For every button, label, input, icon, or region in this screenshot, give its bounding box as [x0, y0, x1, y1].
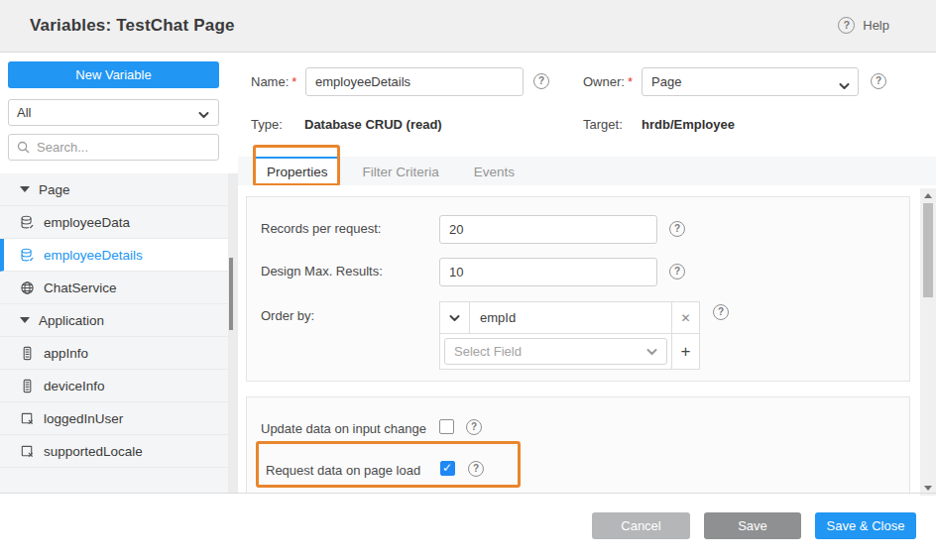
name-help-icon[interactable] [533, 73, 549, 89]
tree-item-label: ChatService [44, 280, 117, 295]
tree-item-employeedata[interactable]: employeeData [0, 206, 228, 239]
cancel-button[interactable]: Cancel [592, 512, 690, 539]
update-data-help-icon[interactable] [466, 419, 482, 435]
required-asterisk: * [292, 74, 296, 89]
tree-item-employeedetails[interactable]: employeeDetails [0, 239, 228, 272]
variable-filter-select[interactable]: All [8, 99, 219, 126]
save-and-close-button[interactable]: Save & Close [815, 512, 916, 539]
main-scrollbar[interactable] [920, 188, 936, 496]
update-data-label: Update data on input change [261, 421, 426, 436]
name-label: Name:* [251, 74, 296, 89]
tree-item-label: loggedInUser [44, 411, 123, 426]
device-icon [20, 346, 35, 361]
owner-label: Owner:* [583, 74, 633, 89]
help-button[interactable]: Help [838, 17, 889, 34]
records-help-icon[interactable] [669, 221, 685, 237]
properties-panel: Records per request: Design Max. Results… [238, 185, 920, 493]
request-data-help-icon[interactable] [468, 461, 484, 477]
search-input[interactable] [37, 140, 210, 155]
search-box[interactable] [8, 134, 219, 161]
chevron-down-icon [449, 314, 460, 322]
target-label: Target: [583, 117, 623, 132]
tab-properties[interactable]: Properties [256, 157, 339, 185]
remove-order-field-button[interactable] [671, 302, 699, 333]
request-settings-box: Records per request: Design Max. Results… [246, 196, 910, 382]
type-label: Type: [251, 117, 283, 132]
order-by-add-row: Select Field [440, 333, 699, 369]
model-variable-icon [20, 411, 35, 426]
select-field-dropdown[interactable]: Select Field [444, 338, 667, 365]
variable-tree: Page employeeData employeeDetails [0, 173, 228, 493]
records-per-request-input[interactable] [439, 215, 657, 244]
tab-events[interactable]: Events [463, 157, 526, 185]
order-direction-toggle[interactable] [440, 302, 470, 333]
tab-bar: Properties Filter Criteria Events [238, 157, 936, 185]
select-field-placeholder: Select Field [454, 344, 522, 359]
tree-group-label: Application [39, 313, 104, 328]
tree-item-label: supportedLocale [44, 444, 143, 459]
database-icon [20, 215, 35, 230]
tree-item-supportedlocale[interactable]: supportedLocale [0, 435, 228, 468]
add-order-field-button[interactable] [671, 334, 699, 369]
name-input[interactable] [305, 67, 524, 96]
database-icon [20, 248, 35, 263]
required-asterisk: * [628, 74, 633, 89]
sidebar-scrollbar-thumb[interactable] [229, 258, 233, 330]
dialog-header: Variables: TestChat Page Help [0, 0, 936, 53]
order-by-control: empId Select Field [439, 301, 700, 370]
tree-item-chatservice[interactable]: ChatService [0, 272, 228, 304]
target-value: hrdb/Employee [642, 117, 735, 132]
device-icon [20, 379, 35, 393]
help-label: Help [863, 18, 889, 33]
update-data-checkbox[interactable] [439, 419, 454, 434]
tree-group-page[interactable]: Page [0, 173, 228, 206]
load-behavior-box: Update data on input change Request data… [246, 396, 910, 493]
order-by-field-value[interactable]: empId [470, 302, 671, 333]
variable-detail-panel: Name:* Owner:* Page Type: Database CRUD … [238, 53, 936, 493]
type-value: Database CRUD (read) [304, 117, 442, 132]
search-icon [17, 141, 30, 154]
tree-item-label: appInfo [44, 346, 88, 361]
model-variable-icon [20, 444, 35, 459]
save-button[interactable]: Save [704, 512, 801, 539]
owner-help-icon[interactable] [871, 73, 886, 89]
request-data-checkbox[interactable] [440, 461, 455, 476]
new-variable-button[interactable]: New Variable [8, 61, 219, 88]
page-title: Variables: TestChat Page [30, 16, 235, 36]
tree-item-appinfo[interactable]: appInfo [0, 337, 228, 370]
tree-item-label: employeeDetails [44, 248, 143, 263]
owner-select[interactable]: Page [642, 67, 859, 96]
chevron-down-icon [646, 348, 657, 356]
sidebar-scrollbar[interactable] [228, 173, 238, 493]
tab-filter-criteria[interactable]: Filter Criteria [352, 157, 450, 185]
tree-item-loggedinuser[interactable]: loggedInUser [0, 402, 228, 435]
variables-sidebar: New Variable All Page employeeData [0, 53, 228, 493]
order-by-row: empId [440, 302, 699, 333]
scroll-up-arrow-icon[interactable] [924, 193, 932, 198]
design-max-results-input[interactable] [439, 258, 657, 286]
design-help-icon[interactable] [669, 264, 685, 280]
tree-item-label: deviceInfo [44, 379, 105, 393]
caret-down-icon [20, 186, 30, 192]
footer-divider [0, 493, 936, 494]
request-data-label: Request data on page load [266, 463, 420, 478]
scroll-down-arrow-icon[interactable] [924, 486, 932, 491]
tree-item-deviceinfo[interactable]: deviceInfo [0, 370, 228, 402]
tree-group-application[interactable]: Application [0, 304, 228, 337]
caret-down-icon [20, 317, 30, 323]
tree-item-label: employeeData [44, 215, 130, 230]
design-max-results-label: Design Max. Results: [261, 264, 383, 279]
main-scrollbar-thumb[interactable] [923, 203, 933, 297]
orderby-help-icon[interactable] [713, 304, 729, 320]
help-icon [838, 17, 855, 34]
records-per-request-label: Records per request: [261, 221, 381, 236]
order-by-label: Order by: [261, 308, 314, 323]
globe-icon [20, 280, 35, 295]
tree-group-label: Page [39, 182, 70, 197]
